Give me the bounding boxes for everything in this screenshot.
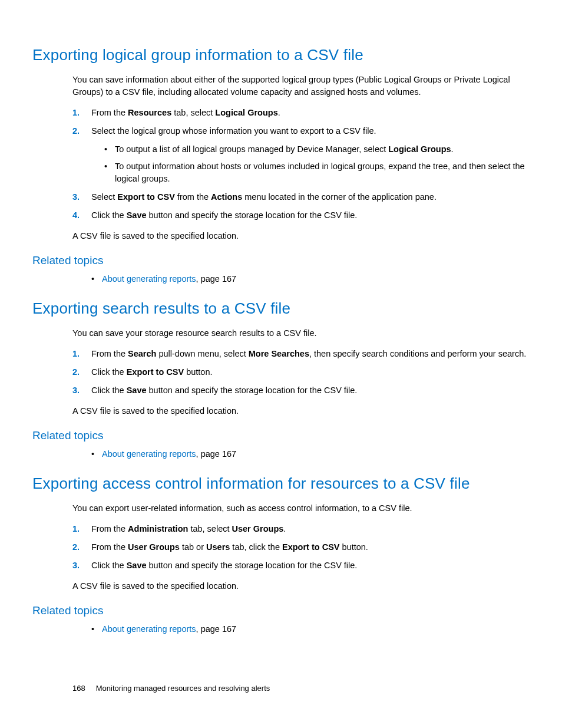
related-topics-heading: Related topics xyxy=(32,254,527,267)
related-list: About generating reports, page 167 xyxy=(72,623,527,635)
section1-step1: 1. From the Resources tab, select Logica… xyxy=(72,107,527,119)
related-topics-heading: Related topics xyxy=(32,429,527,442)
step-number: 3. xyxy=(72,559,87,572)
related-item: About generating reports, page 167 xyxy=(91,448,527,460)
section1-outro: A CSV file is saved to the specified loc… xyxy=(72,230,527,242)
section1-step2: 2. Select the logical group whose inform… xyxy=(72,125,527,185)
step-number: 2. xyxy=(72,366,87,378)
footer-title: Monitoring managed resources and resolvi… xyxy=(96,684,270,693)
section2-step1: 1. From the Search pull-down menu, selec… xyxy=(72,348,527,360)
section1-related: About generating reports, page 167 xyxy=(72,273,527,285)
step-number: 4. xyxy=(72,209,87,222)
heading-exporting-search-results: Exporting search results to a CSV file xyxy=(32,299,527,318)
section3-body: You can export user-related information,… xyxy=(72,502,527,592)
step-text: From the Search pull-down menu, select M… xyxy=(91,349,526,358)
heading-exporting-access-control: Exporting access control information for… xyxy=(32,475,527,493)
list-item: To output a list of all logical groups m… xyxy=(104,143,527,156)
section1-step4: 4. Click the Save button and specify the… xyxy=(72,209,527,222)
section2-step3: 3. Click the Save button and specify the… xyxy=(72,384,527,397)
step-number: 1. xyxy=(72,348,87,360)
section3-related: About generating reports, page 167 xyxy=(72,623,527,635)
section1-step2-sub: To output a list of all logical groups m… xyxy=(104,143,527,185)
step-text: From the User Groups tab or Users tab, c… xyxy=(91,542,368,552)
section3-step3: 3. Click the Save button and specify the… xyxy=(72,559,527,572)
related-list: About generating reports, page 167 xyxy=(72,448,527,460)
section2-outro: A CSV file is saved to the specified loc… xyxy=(72,405,527,417)
step-number: 3. xyxy=(72,191,87,203)
related-item: About generating reports, page 167 xyxy=(91,273,527,285)
related-list: About generating reports, page 167 xyxy=(72,273,527,285)
step-text: From the Resources tab, select Logical G… xyxy=(91,108,280,117)
related-suffix: , page 167 xyxy=(196,274,237,284)
step-number: 3. xyxy=(72,384,87,397)
section1-body: You can save information about either of… xyxy=(72,74,527,242)
section3-steps: 1. From the Administration tab, select U… xyxy=(72,523,527,572)
page: Exporting logical group information to a… xyxy=(0,0,562,728)
section2-step2: 2. Click the Export to CSV button. xyxy=(72,366,527,378)
page-number: 168 xyxy=(72,684,85,693)
section1-intro: You can save information about either of… xyxy=(72,74,527,98)
step-number: 2. xyxy=(72,125,87,137)
step-text: Click the Save button and specify the st… xyxy=(91,386,357,395)
step-text: Click the Save button and specify the st… xyxy=(91,561,357,570)
step-number: 1. xyxy=(72,107,87,119)
step-text: Select Export to CSV from the Actions me… xyxy=(91,192,437,202)
section2-related: About generating reports, page 167 xyxy=(72,448,527,460)
section3-intro: You can export user-related information,… xyxy=(72,502,527,515)
list-item: To output information about hosts or vol… xyxy=(104,160,527,185)
section2-body: You can save your storage resource searc… xyxy=(72,327,527,417)
related-suffix: , page 167 xyxy=(196,624,237,634)
related-suffix: , page 167 xyxy=(196,449,237,459)
step-text: From the Administration tab, select User… xyxy=(91,524,286,533)
section2-steps: 1. From the Search pull-down menu, selec… xyxy=(72,348,527,397)
section1-step3: 3. Select Export to CSV from the Actions… xyxy=(72,191,527,203)
section3-outro: A CSV file is saved to the specified loc… xyxy=(72,580,527,592)
step-text: Click the Save button and specify the st… xyxy=(91,210,357,220)
section2-intro: You can save your storage resource searc… xyxy=(72,327,527,340)
step-number: 2. xyxy=(72,541,87,554)
related-topics-heading: Related topics xyxy=(32,604,527,617)
section3-step2: 2. From the User Groups tab or Users tab… xyxy=(72,541,527,554)
link-about-generating-reports[interactable]: About generating reports xyxy=(102,274,196,284)
page-footer: 168Monitoring managed resources and reso… xyxy=(72,684,270,693)
heading-exporting-logical-group: Exporting logical group information to a… xyxy=(32,46,527,64)
section3-step1: 1. From the Administration tab, select U… xyxy=(72,523,527,535)
section1-steps: 1. From the Resources tab, select Logica… xyxy=(72,107,527,222)
link-about-generating-reports[interactable]: About generating reports xyxy=(102,624,196,634)
related-item: About generating reports, page 167 xyxy=(91,623,527,635)
step-number: 1. xyxy=(72,523,87,535)
step-text: Select the logical group whose informati… xyxy=(91,126,376,136)
step-text: Click the Export to CSV button. xyxy=(91,367,213,377)
link-about-generating-reports[interactable]: About generating reports xyxy=(102,449,196,459)
